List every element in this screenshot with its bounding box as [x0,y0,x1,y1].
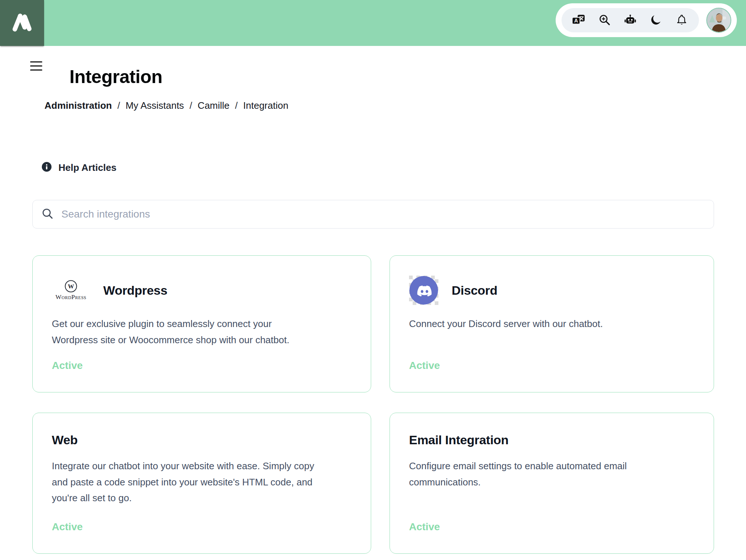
search-bar [32,200,714,229]
help-articles-label: Help Articles [58,162,116,173]
card-description: Integrate our chatbot into your website … [52,458,316,506]
card-description: Configure email settings to enable autom… [409,458,674,490]
breadcrumb-separator: / [117,100,120,111]
card-description: Get our exclusive plugin to seamlessly c… [52,316,316,348]
breadcrumb-item-camille[interactable]: Camille [198,100,230,111]
card-header: Web [52,433,352,447]
page-title: Integration [69,66,162,87]
zoom-in-button[interactable] [598,14,611,26]
user-avatar[interactable] [706,8,731,33]
status-badge: Active [409,360,695,371]
breadcrumb-item-my-assistants[interactable]: My Assistants [126,100,184,111]
robot-button[interactable] [624,14,636,26]
search-icon [42,208,53,221]
svg-text:A: A [574,18,578,24]
app-logo-icon [10,10,34,36]
svg-text:W: W [68,283,74,290]
notifications-button[interactable] [675,14,688,26]
bell-icon [676,14,688,27]
breadcrumb-separator: / [190,100,192,111]
card-email-integration[interactable]: Email Integration Configure email settin… [390,413,714,554]
card-title: Email Integration [409,433,509,447]
search-input[interactable] [61,208,705,220]
card-title: Wordpress [103,283,167,298]
info-icon [42,162,52,173]
wordpress-logo: W WordPress [52,280,90,301]
translate-button[interactable]: A [573,14,585,26]
breadcrumb-separator: / [235,100,238,111]
card-header: Discord [409,276,695,305]
help-articles-link[interactable]: Help Articles [42,162,116,173]
card-title: Discord [452,283,498,298]
card-wordpress[interactable]: W WordPress Wordpress Get our exclusive … [32,255,371,392]
card-header: W WordPress Wordpress [52,276,352,305]
status-badge: Active [52,521,352,533]
menu-button[interactable] [30,61,42,71]
status-badge: Active [409,521,695,533]
card-discord[interactable]: Discord Connect your Discord server with… [390,255,714,392]
breadcrumb-item-integration: Integration [243,100,288,111]
robot-icon [624,14,636,26]
hamburger-icon [30,61,42,62]
app-logo[interactable] [0,0,44,46]
status-badge: Active [52,360,352,371]
wordpress-logo-text: WordPress [55,294,86,301]
discord-logo [409,276,438,305]
card-title: Web [52,433,78,447]
moon-icon [650,14,662,27]
app-window: A [0,0,746,560]
breadcrumb-item-administration[interactable]: Administration [44,100,112,111]
card-header: Email Integration [409,433,695,447]
card-description: Connect your Discord server with our cha… [409,316,674,332]
card-web[interactable]: Web Integrate our chatbot into your webs… [32,413,371,554]
breadcrumb: Administration / My Assistants / Camille… [44,100,288,111]
integration-cards: W WordPress Wordpress Get our exclusive … [32,255,714,554]
translate-icon: A [572,15,585,26]
toolbar-icons-group: A [562,8,699,32]
toolbar: A [556,3,737,37]
dark-mode-button[interactable] [650,14,662,26]
zoom-in-icon [599,14,610,27]
